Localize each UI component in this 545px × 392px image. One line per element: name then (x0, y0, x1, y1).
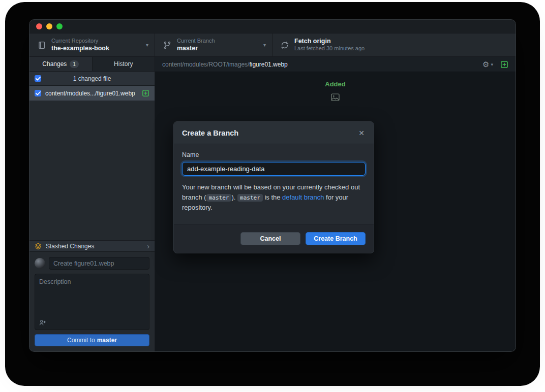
file-path: content/modules/ROOT/images/figure01.web… (162, 61, 482, 68)
close-window-button[interactable] (36, 23, 42, 29)
changed-files-header: 1 changed file (29, 72, 155, 86)
branch-selector[interactable]: Current Branch master ▾ (155, 34, 272, 56)
branch-name-label: Name (182, 151, 366, 158)
tab-history[interactable]: History (93, 57, 155, 71)
sync-icon (281, 41, 289, 49)
changed-file-row[interactable]: content/modules.../figure01.webp (29, 86, 155, 101)
file-status-added-icon (500, 60, 508, 69)
tab-changes[interactable]: Changes 1 (29, 57, 93, 71)
repository-selector-text: Current Repository the-examples-book (51, 38, 140, 52)
repository-label: Current Repository (51, 38, 140, 45)
stash-icon (35, 243, 42, 250)
diff-status-label: Added (325, 80, 345, 88)
repository-selector[interactable]: Current Repository the-examples-book ▾ (29, 34, 155, 56)
chevron-down-icon: ▾ (263, 42, 266, 48)
fetch-origin-text: Fetch origin Last fetched 30 minutes ago (294, 38, 509, 52)
dialog-title: Create a Branch (182, 129, 238, 137)
commit-summary-input[interactable] (49, 257, 149, 270)
file-checkbox[interactable] (35, 90, 41, 96)
path-bar-actions: ⚙ ▾ (482, 60, 508, 69)
zoom-window-button[interactable] (56, 23, 63, 29)
commit-description-input[interactable] (35, 274, 149, 330)
commit-description-box (35, 274, 149, 330)
changes-sidebar: Changes 1 History 1 changed file content… (29, 57, 155, 351)
changed-file-path: content/modules.../figure01.webp (45, 90, 138, 97)
add-coauthor-button[interactable] (39, 319, 46, 326)
help-text-part: is the (263, 193, 282, 201)
branch-name-input[interactable] (182, 162, 366, 176)
sidebar-tabs: Changes 1 History (29, 57, 155, 72)
default-branch-link[interactable]: default branch (282, 193, 324, 201)
person-add-icon (39, 319, 46, 326)
tab-history-label: History (114, 60, 133, 68)
git-branch-icon (163, 41, 171, 49)
diff-added-icon (142, 89, 149, 97)
branch-code-master: master (206, 194, 232, 202)
changed-files-count: 1 changed file (29, 75, 155, 82)
file-path-filename: figure01.webp (249, 61, 287, 68)
minimize-window-button[interactable] (46, 23, 52, 29)
fetch-origin-label: Fetch origin (294, 38, 509, 46)
branch-selector-text: Current Branch master (177, 38, 258, 52)
create-branch-button[interactable]: Create Branch (306, 232, 366, 245)
commit-summary-row (35, 257, 149, 270)
create-branch-dialog: Create a Branch ✕ Name Your new branch w… (173, 121, 374, 253)
stashed-changes-label: Stashed Changes (46, 243, 143, 250)
traffic-lights (36, 23, 63, 29)
repository-name: the-examples-book (51, 45, 140, 53)
user-avatar (35, 258, 45, 269)
commit-button-label: Commit to (67, 337, 95, 344)
cancel-button[interactable]: Cancel (240, 232, 300, 245)
diff-options-button[interactable]: ⚙ ▾ (482, 60, 493, 68)
fetch-origin-button[interactable]: Fetch origin Last fetched 30 minutes ago (272, 34, 516, 56)
help-text-part: ). (231, 193, 237, 201)
dialog-body: Name Your new branch will be based on yo… (174, 144, 374, 224)
gear-icon: ⚙ (482, 60, 489, 68)
stashed-changes-row[interactable]: Stashed Changes › (29, 240, 155, 252)
commit-button[interactable]: Commit tomaster (35, 334, 149, 346)
branch-label: Current Branch (177, 38, 258, 45)
fetch-origin-sublabel: Last fetched 30 minutes ago (294, 45, 509, 52)
commit-button-branch: master (97, 337, 117, 344)
titlebar (29, 20, 516, 34)
chevron-down-icon: ▾ (146, 42, 148, 48)
dialog-footer: Cancel Create Branch (174, 224, 374, 253)
image-placeholder-icon (331, 93, 340, 101)
tab-changes-label: Changes (42, 60, 67, 68)
repo-icon (38, 41, 46, 49)
changes-list-empty-area (29, 101, 155, 240)
branch-help-text: Your new branch will be based on your cu… (182, 182, 366, 213)
branch-name: master (177, 45, 258, 53)
github-desktop-window: Current Repository the-examples-book ▾ C… (29, 19, 516, 352)
dialog-header: Create a Branch ✕ (174, 122, 374, 144)
file-path-directory: content/modules/ROOT/images/ (162, 61, 249, 68)
toolbar: Current Repository the-examples-book ▾ C… (29, 34, 516, 57)
chevron-down-icon: ▾ (491, 62, 493, 67)
close-icon[interactable]: ✕ (357, 128, 366, 138)
branch-code-master: master (237, 194, 263, 202)
file-path-bar: content/modules/ROOT/images/figure01.web… (155, 57, 516, 72)
changes-count-badge: 1 (70, 60, 79, 68)
chevron-right-icon: › (147, 243, 149, 250)
commit-form: Commit tomaster (29, 252, 155, 351)
